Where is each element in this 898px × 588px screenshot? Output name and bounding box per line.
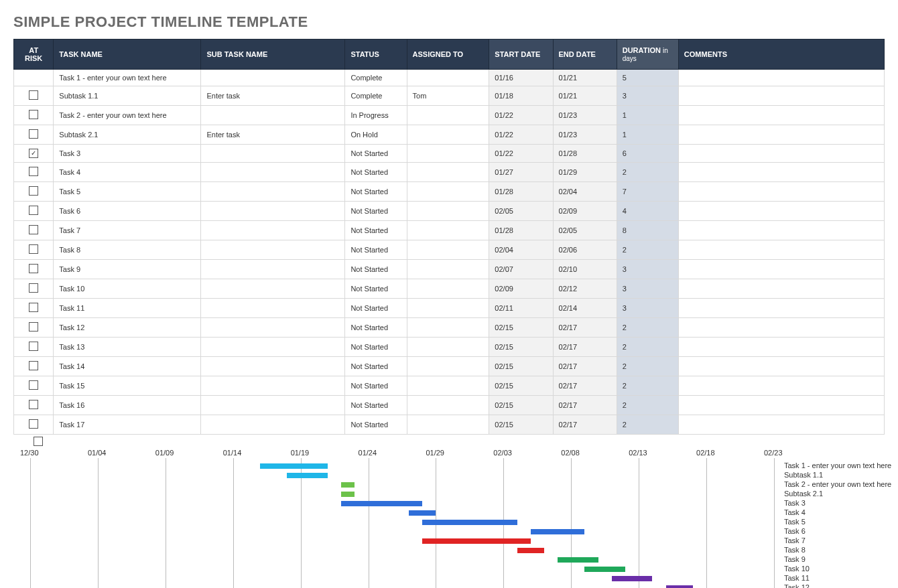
cell-assigned[interactable] — [407, 240, 489, 260]
cell-sub-task[interactable] — [201, 357, 345, 376]
cell-comments[interactable] — [678, 182, 884, 202]
cell-end-date[interactable]: 01/29 — [553, 163, 617, 182]
at-risk-checkbox[interactable] — [29, 186, 38, 196]
cell-end-date[interactable]: 01/23 — [553, 125, 617, 145]
cell-assigned[interactable] — [407, 279, 489, 299]
cell-assigned[interactable] — [407, 221, 489, 240]
cell-end-date[interactable]: 01/23 — [553, 106, 617, 125]
at-risk-checkbox[interactable] — [29, 419, 38, 429]
cell-start-date[interactable]: 01/27 — [489, 163, 553, 182]
cell-task-name[interactable]: Task 8 — [54, 240, 201, 260]
cell-assigned[interactable] — [407, 415, 489, 435]
cell-assigned[interactable] — [407, 145, 489, 163]
cell-status[interactable]: Not Started — [345, 318, 407, 338]
cell-status[interactable]: Not Started — [345, 299, 407, 318]
cell-comments[interactable] — [678, 163, 884, 182]
cell-start-date[interactable]: 01/28 — [489, 221, 553, 240]
cell-comments[interactable] — [678, 376, 884, 396]
cell-start-date[interactable]: 02/11 — [489, 299, 553, 318]
cell-sub-task[interactable] — [201, 415, 345, 435]
at-risk-checkbox[interactable] — [29, 283, 38, 293]
cell-status[interactable]: Not Started — [345, 202, 407, 221]
cell-status[interactable]: Not Started — [345, 415, 407, 435]
cell-task-name[interactable]: Task 2 - enter your own text here — [54, 106, 201, 125]
cell-task-name[interactable]: Task 6 — [54, 202, 201, 221]
cell-comments[interactable] — [678, 70, 884, 86]
cell-task-name[interactable]: Task 11 — [54, 299, 201, 318]
cell-start-date[interactable]: 02/07 — [489, 260, 553, 279]
at-risk-checkbox[interactable] — [29, 342, 38, 351]
cell-start-date[interactable]: 02/15 — [489, 415, 553, 435]
cell-start-date[interactable]: 01/18 — [489, 86, 553, 106]
cell-status[interactable]: Not Started — [345, 221, 407, 240]
cell-assigned[interactable] — [407, 125, 489, 145]
cell-sub-task[interactable]: Enter task — [201, 86, 345, 106]
at-risk-checkbox[interactable] — [29, 225, 38, 234]
cell-status[interactable]: Not Started — [345, 240, 407, 260]
cell-end-date[interactable]: 02/12 — [553, 279, 617, 299]
cell-comments[interactable] — [678, 396, 884, 415]
cell-assigned[interactable] — [407, 338, 489, 357]
at-risk-checkbox[interactable] — [29, 361, 38, 370]
cell-sub-task[interactable]: Enter task — [201, 125, 345, 145]
cell-comments[interactable] — [678, 357, 884, 376]
at-risk-checkbox-extra[interactable] — [34, 437, 43, 446]
at-risk-checkbox[interactable] — [29, 322, 38, 332]
cell-status[interactable]: Complete — [345, 86, 407, 106]
at-risk-checkbox[interactable] — [29, 380, 38, 390]
cell-task-name[interactable]: Subtask 2.1 — [54, 125, 201, 145]
cell-end-date[interactable]: 02/04 — [553, 182, 617, 202]
cell-comments[interactable] — [678, 338, 884, 357]
cell-end-date[interactable]: 02/10 — [553, 260, 617, 279]
at-risk-checkbox[interactable] — [29, 244, 38, 254]
cell-status[interactable]: Not Started — [345, 338, 407, 357]
cell-task-name[interactable]: Subtask 1.1 — [54, 86, 201, 106]
cell-comments[interactable] — [678, 279, 884, 299]
cell-sub-task[interactable] — [201, 299, 345, 318]
cell-status[interactable]: In Progress — [345, 106, 407, 125]
cell-end-date[interactable]: 02/17 — [553, 338, 617, 357]
cell-sub-task[interactable] — [201, 396, 345, 415]
cell-task-name[interactable]: Task 17 — [54, 415, 201, 435]
cell-assigned[interactable] — [407, 318, 489, 338]
cell-comments[interactable] — [678, 240, 884, 260]
cell-status[interactable]: Not Started — [345, 396, 407, 415]
at-risk-checkbox[interactable] — [29, 129, 38, 139]
cell-comments[interactable] — [678, 260, 884, 279]
cell-status[interactable]: Not Started — [345, 145, 407, 163]
cell-assigned[interactable] — [407, 299, 489, 318]
cell-comments[interactable] — [678, 221, 884, 240]
cell-end-date[interactable]: 02/17 — [553, 357, 617, 376]
cell-status[interactable]: Not Started — [345, 279, 407, 299]
cell-assigned[interactable] — [407, 376, 489, 396]
cell-start-date[interactable]: 02/09 — [489, 279, 553, 299]
cell-assigned[interactable]: Tom — [407, 86, 489, 106]
cell-assigned[interactable] — [407, 396, 489, 415]
cell-assigned[interactable] — [407, 357, 489, 376]
cell-comments[interactable] — [678, 318, 884, 338]
cell-assigned[interactable] — [407, 202, 489, 221]
cell-start-date[interactable]: 01/28 — [489, 182, 553, 202]
cell-sub-task[interactable] — [201, 376, 345, 396]
at-risk-checkbox[interactable] — [29, 264, 38, 273]
cell-task-name[interactable]: Task 7 — [54, 221, 201, 240]
cell-sub-task[interactable] — [201, 145, 345, 163]
cell-start-date[interactable]: 01/22 — [489, 106, 553, 125]
cell-sub-task[interactable] — [201, 106, 345, 125]
cell-task-name[interactable]: Task 10 — [54, 279, 201, 299]
cell-end-date[interactable]: 01/21 — [553, 86, 617, 106]
cell-assigned[interactable] — [407, 182, 489, 202]
cell-comments[interactable] — [678, 145, 884, 163]
cell-comments[interactable] — [678, 299, 884, 318]
cell-assigned[interactable] — [407, 106, 489, 125]
cell-end-date[interactable]: 02/17 — [553, 396, 617, 415]
cell-task-name[interactable]: Task 5 — [54, 182, 201, 202]
cell-sub-task[interactable] — [201, 279, 345, 299]
at-risk-checkbox[interactable] — [29, 167, 38, 176]
cell-end-date[interactable]: 02/06 — [553, 240, 617, 260]
cell-comments[interactable] — [678, 202, 884, 221]
at-risk-checkbox[interactable] — [29, 206, 38, 215]
cell-status[interactable]: Not Started — [345, 376, 407, 396]
cell-sub-task[interactable] — [201, 338, 345, 357]
cell-status[interactable]: Not Started — [345, 182, 407, 202]
